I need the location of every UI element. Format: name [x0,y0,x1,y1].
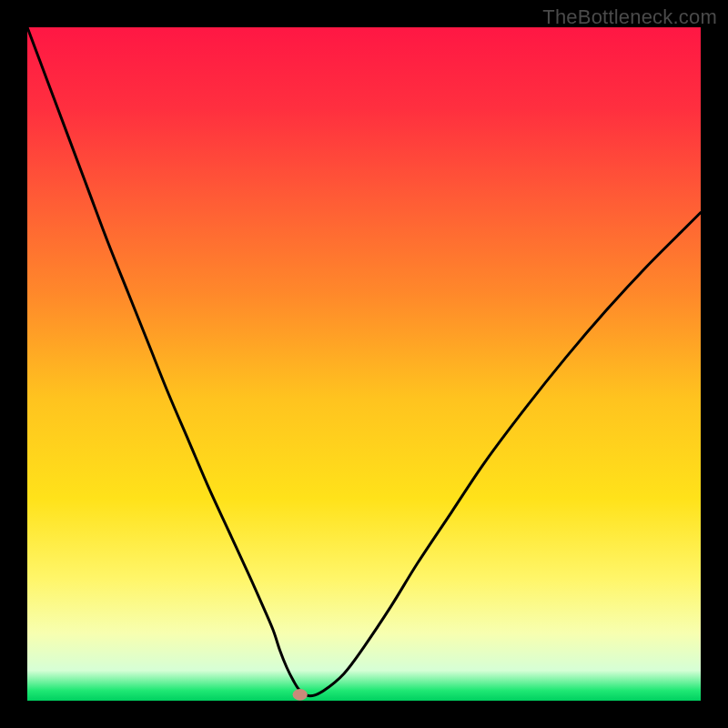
chart-frame [27,27,701,701]
watermark-text: TheBottleneck.com [542,5,717,29]
bottleneck-chart [27,27,701,701]
gradient-background [27,27,701,701]
minimum-marker [293,689,308,701]
